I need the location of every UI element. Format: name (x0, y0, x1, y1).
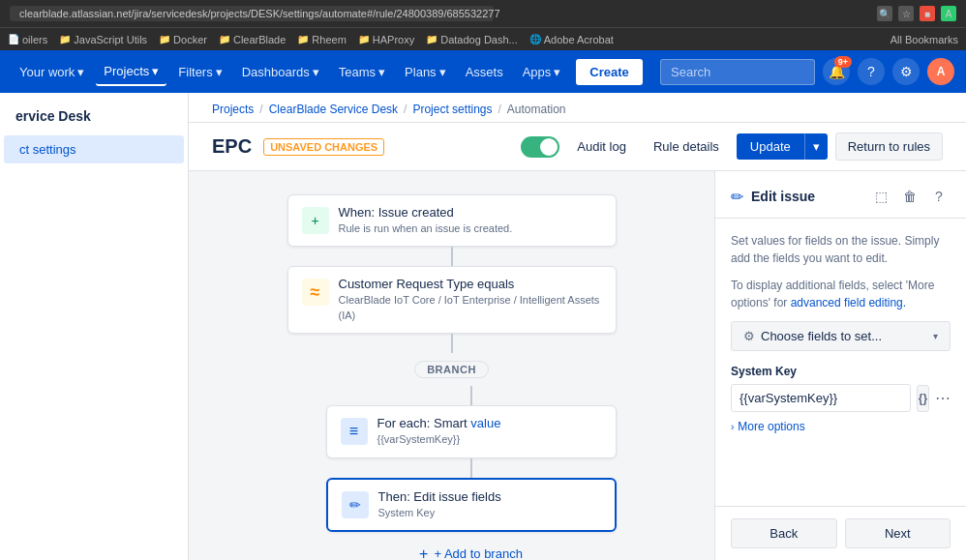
folder-icon: 📁 (219, 34, 230, 44)
nav-teams[interactable]: Teams ▾ (331, 59, 393, 85)
panel-help-icon[interactable]: ? (927, 185, 951, 208)
edit-title: Then: Edit issue fields (378, 489, 601, 504)
folder-icon: 📁 (159, 34, 170, 44)
all-bookmarks[interactable]: All Bookmarks (891, 34, 958, 45)
update-dropdown-button[interactable]: ▾ (804, 133, 828, 160)
next-button[interactable]: Next (845, 518, 951, 548)
choose-fields-button[interactable]: ⚙ Choose fields to set... ▾ (731, 321, 951, 351)
canvas-area: + When: Issue created Rule is run when a… (189, 171, 714, 560)
nav-bar: Your work ▾ Projects ▾ Filters ▾ Dashboa… (0, 50, 966, 93)
flow-container: + When: Issue created Rule is run when a… (268, 194, 636, 560)
edit-desc: System Key (378, 506, 601, 520)
for-each-node[interactable]: ≡ For each: Smart value {{varSystemKey}} (326, 405, 617, 457)
trigger-desc: Rule is run when an issue is created. (339, 221, 602, 236)
folder-icon: 📁 (59, 34, 71, 44)
branch-area: ≡ For each: Smart value {{varSystemKey}} (268, 386, 636, 560)
system-key-input[interactable] (731, 384, 911, 412)
advanced-field-link[interactable]: advanced field editing. (791, 296, 906, 309)
chevron-down-icon: ▾ (439, 65, 446, 79)
condition-desc: ClearBlade IoT Core / IoT Enterprise / I… (339, 293, 602, 323)
flow-connector-2 (451, 334, 453, 353)
browser-bar: clearblade.atlassian.net/jira/servicedes… (0, 0, 966, 27)
nav-right: 🔔 9+ ? ⚙ A (660, 58, 954, 85)
nav-your-work[interactable]: Your work ▾ (12, 59, 92, 85)
for-each-icon: ≡ (341, 418, 368, 445)
trigger-node[interactable]: + When: Issue created Rule is run when a… (287, 194, 617, 247)
content-area: Projects / ClearBlade Service Desk / Pro… (189, 93, 966, 560)
toggle-knob (540, 138, 558, 156)
notifications-button[interactable]: 🔔 9+ (823, 58, 850, 85)
gear-icon: ⚙ (743, 329, 755, 343)
breadcrumb-project-settings[interactable]: Project settings (412, 103, 492, 116)
bookmark-haproxy[interactable]: 📁 HAProxy (358, 34, 414, 45)
branch-label: BRANCH (414, 361, 489, 378)
breadcrumb-projects[interactable]: Projects (212, 103, 254, 116)
more-options-row[interactable]: › More options (731, 412, 951, 441)
trigger-title: When: Issue created (339, 205, 602, 220)
nav-dashboards[interactable]: Dashboards ▾ (234, 59, 327, 85)
nav-plans[interactable]: Plans ▾ (397, 59, 454, 85)
panel-delete-icon[interactable]: 🗑 (898, 185, 921, 208)
enable-toggle[interactable] (521, 136, 559, 158)
bookmark-js-utils[interactable]: 📁 JavaScript Utils (59, 34, 147, 45)
bookmarks-bar: 📄 oilers 📁 JavaScript Utils 📁 Docker 📁 C… (0, 27, 966, 50)
extension-icon[interactable]: ■ (920, 6, 935, 21)
bookmark-adobe[interactable]: 🌐 Adobe Acrobat (529, 34, 614, 45)
branch-connector-1 (470, 386, 472, 405)
template-bracket-button[interactable]: {} (917, 385, 929, 412)
chevron-down-icon: ▾ (554, 65, 560, 79)
panel-edit-icon: ✏ (731, 188, 743, 206)
settings-button[interactable]: ⚙ (892, 58, 920, 85)
avatar-button[interactable]: A (927, 58, 954, 85)
breadcrumb: Projects / ClearBlade Service Desk / Pro… (189, 93, 966, 123)
condition-node[interactable]: ≈ Customer Request Type equals ClearBlad… (287, 266, 617, 334)
return-to-rules-button[interactable]: Return to rules (835, 133, 943, 161)
folder-icon: 📁 (358, 34, 370, 44)
bookmark-rheem[interactable]: 📁 Rheem (297, 34, 346, 45)
bookmark-oilers[interactable]: 📄 oilers (8, 34, 47, 45)
branch-connector-2 (470, 458, 472, 478)
condition-title: Customer Request Type equals (339, 277, 602, 291)
folder-icon: 📁 (297, 34, 309, 44)
account-icon[interactable]: A (941, 6, 956, 21)
bookmark-icon[interactable]: ☆ (898, 6, 914, 21)
help-button[interactable]: ? (858, 58, 885, 85)
breadcrumb-service-desk[interactable]: ClearBlade Service Desk (269, 103, 398, 116)
rule-details-button[interactable]: Rule details (644, 133, 729, 160)
nav-apps[interactable]: Apps ▾ (515, 59, 569, 85)
panel-body: Set values for fields on the issue. Simp… (715, 219, 966, 506)
field-more-button[interactable]: ⋯ (935, 387, 951, 410)
search-icon[interactable]: 🔍 (877, 6, 892, 21)
nav-filters[interactable]: Filters ▾ (170, 59, 229, 85)
update-button[interactable]: Update (737, 133, 804, 160)
url-bar[interactable]: clearblade.atlassian.net/jira/servicedes… (10, 6, 494, 21)
add-to-branch-label: + Add to branch (434, 546, 522, 560)
chevron-down-icon: ▾ (313, 65, 319, 79)
panel-copy-icon[interactable]: ⬚ (869, 185, 892, 208)
panel-header-icons: ⬚ 🗑 ? (869, 185, 951, 208)
edit-icon: ✏ (342, 491, 369, 518)
panel-header: ✏ Edit issue ⬚ 🗑 ? (715, 171, 966, 219)
add-to-branch-button[interactable]: + + Add to branch (409, 540, 532, 560)
bookmark-datadog[interactable]: 📁 Datadog Dash... (426, 34, 518, 45)
back-button[interactable]: Back (731, 518, 837, 548)
nav-projects[interactable]: Projects ▾ (96, 58, 166, 86)
bookmark-clearblade[interactable]: 📁 ClearBlade (219, 34, 286, 45)
condition-icon: ≈ (302, 279, 329, 306)
nav-assets[interactable]: Assets (458, 59, 511, 85)
chevron-down-icon: ▾ (152, 64, 159, 78)
sidebar-item-project-settings[interactable]: ct settings (4, 135, 184, 163)
create-button[interactable]: Create (576, 59, 642, 85)
sidebar: ervice Desk ct settings (0, 93, 189, 560)
audit-log-button[interactable]: Audit log (567, 133, 636, 160)
dropdown-arrow-icon: ▾ (933, 331, 938, 341)
sidebar-title: ervice Desk (0, 108, 188, 135)
breadcrumb-current: Automation (507, 103, 566, 116)
bookmark-docker[interactable]: 📁 Docker (159, 34, 207, 45)
choose-fields-label: Choose fields to set... (761, 329, 882, 343)
search-input[interactable] (660, 59, 815, 85)
unsaved-badge: UNSAVED CHANGES (263, 138, 384, 156)
field-row: {} ⋯ (731, 384, 951, 412)
panel-desc-1: Set values for fields on the issue. Simp… (731, 232, 951, 267)
edit-issue-node[interactable]: ✏ Then: Edit issue fields System Key (326, 478, 617, 532)
